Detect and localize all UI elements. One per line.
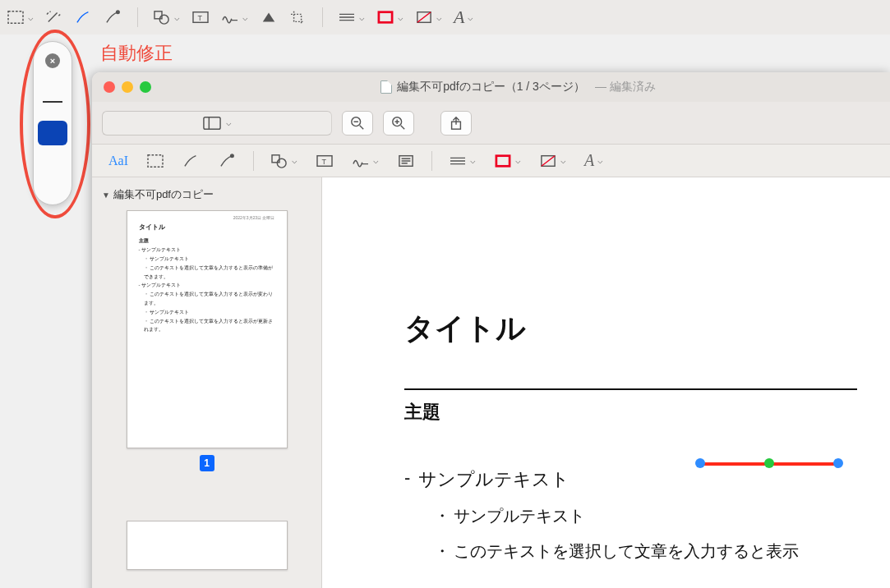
fill-color-tool[interactable]: ⌵ — [534, 150, 571, 172]
svg-line-12 — [360, 125, 364, 129]
svg-rect-21 — [272, 154, 279, 162]
svg-text:T: T — [197, 14, 202, 22]
thumbnail-sidebar: ▼編集不可pdfのコピー 2022年3月23日 金曜日 タイトル 主題 - サン… — [92, 177, 322, 588]
traffic-light-minimize[interactable] — [122, 81, 133, 93]
outline-header[interactable]: ▼編集不可pdfのコピー — [102, 184, 311, 205]
page-canvas[interactable]: タイトル 主題 -サンプルテキスト サンプルテキスト このテキストを選択して文章… — [322, 177, 890, 588]
textbox-tool[interactable]: T — [191, 10, 210, 25]
thumb-line: - サンプルテキスト — [139, 246, 275, 255]
note-tool[interactable] — [392, 150, 420, 172]
svg-text:T: T — [321, 157, 326, 165]
sketch-palette: × — [33, 41, 72, 205]
thumb-heading: 主題 — [139, 237, 275, 246]
svg-rect-0 — [8, 11, 23, 23]
thumb-line: ・ サンプルテキスト — [144, 255, 275, 264]
separator — [322, 7, 323, 27]
reshape-tool[interactable] — [214, 150, 242, 172]
window-toolbar: ⌵ — [92, 102, 890, 145]
thumb-date: 2022年3月23日 金曜日 — [139, 214, 275, 222]
text-style-tool[interactable]: AaI — [104, 150, 133, 172]
titlebar: 編集不可pdfのコピー（1 / 3ページ） — 編集済み — [92, 72, 890, 102]
thumb-line: - サンプルテキスト — [139, 281, 275, 290]
sign-tool[interactable]: ⌵ — [221, 10, 248, 25]
page-thumbnail-2[interactable] — [127, 521, 288, 570]
svg-line-15 — [401, 125, 405, 129]
doc-title: タイトル — [404, 309, 857, 349]
preview-window: 編集不可pdfのコピー（1 / 3ページ） — 編集済み ⌵ AaI ⌵ T ⌵… — [92, 72, 890, 588]
svg-point-20 — [231, 154, 234, 157]
magic-tool[interactable] — [45, 10, 63, 25]
svg-rect-2 — [154, 11, 162, 19]
outline-title: 編集不可pdfのコピー — [113, 187, 214, 202]
font-tool[interactable]: A⌵ — [579, 148, 608, 173]
svg-point-22 — [277, 158, 286, 168]
zoom-in-button[interactable] — [383, 111, 414, 136]
svg-rect-9 — [203, 117, 219, 129]
stroke-preview[interactable] — [43, 101, 62, 103]
selection-tool[interactable]: ⌵ — [7, 10, 34, 25]
zoom-out-button[interactable] — [342, 111, 373, 136]
edited-suffix: — 編集済み — [595, 80, 656, 94]
separator — [253, 151, 254, 171]
doc-heading: -サンプルテキスト — [404, 467, 857, 492]
line-style-tool[interactable]: ⌵ — [444, 150, 481, 172]
svg-line-8 — [417, 12, 431, 23]
svg-rect-29 — [496, 155, 510, 166]
sidebar-toggle-button[interactable]: ⌵ — [102, 111, 332, 136]
shape-tool[interactable]: ⌵ — [153, 10, 180, 25]
doc-subtitle: 主題 — [404, 388, 857, 425]
page-thumbnail-1[interactable]: 2022年3月23日 金曜日 タイトル 主題 - サンプルテキスト ・ サンプル… — [127, 210, 288, 448]
line-style-tool[interactable]: ⌵ — [338, 10, 365, 25]
shape-tool[interactable]: ⌵ — [265, 150, 302, 172]
separator — [137, 7, 138, 27]
reshape-tool[interactable] — [104, 10, 122, 25]
svg-point-1 — [117, 11, 120, 14]
content-area: ▼編集不可pdfのコピー 2022年3月23日 金曜日 タイトル 主題 - サン… — [92, 177, 890, 588]
document-icon — [380, 80, 392, 94]
markup-toolbar: AaI ⌵ T ⌵ ⌵ ⌵ ⌵ A⌵ — [92, 145, 890, 177]
window-title-text: 編集不可pdfのコピー（1 / 3ページ） — [397, 80, 585, 94]
font-tool[interactable]: A⌵ — [454, 7, 473, 28]
svg-rect-19 — [148, 154, 163, 166]
selection-tool[interactable] — [141, 150, 169, 172]
doc-list-item: このテキストを選択して文章を入力すると表示 — [434, 540, 857, 563]
window-title: 編集不可pdfのコピー（1 / 3ページ） — 編集済み — [158, 80, 878, 94]
border-color-tool[interactable]: ⌵ — [376, 10, 403, 25]
page-number-badge[interactable]: 1 — [200, 455, 214, 471]
thumb-line: ・ このテキストを選択して文章を入力すると表示の準備ができます。 — [144, 264, 275, 282]
close-icon[interactable]: × — [45, 53, 60, 68]
svg-point-3 — [159, 15, 168, 24]
pen-tool[interactable] — [178, 150, 205, 172]
border-color-tool[interactable]: ⌵ — [489, 150, 526, 172]
thumb-title: タイトル — [139, 222, 275, 233]
thumb-line: ・ このテキストを選択して文章を入力すると表示が変わります。 — [144, 290, 275, 308]
traffic-light-zoom[interactable] — [140, 81, 151, 93]
sign-tool[interactable]: ⌵ — [347, 150, 384, 172]
crop-tool[interactable] — [289, 10, 307, 25]
thumb-line: ・ サンプルテキスト — [144, 308, 275, 317]
textbox-tool[interactable]: T — [311, 150, 339, 172]
pen-tool[interactable] — [75, 10, 93, 25]
annotation-auto-correct: 自動修正 — [100, 41, 173, 66]
back-markup-toolbar: ⌵ ⌵ T ⌵ ⌵ ⌵ ⌵ A⌵ — [0, 0, 890, 34]
svg-rect-6 — [379, 12, 392, 23]
doc-list-item: サンプルテキスト — [434, 505, 857, 527]
traffic-light-close[interactable] — [104, 81, 115, 93]
separator — [431, 151, 432, 171]
svg-line-31 — [542, 155, 555, 166]
fill-color-tool[interactable]: ⌵ — [415, 10, 442, 25]
thumb-line: ・ このテキストを選択して文章を入力すると表示が更新されます。 — [144, 317, 275, 335]
share-button[interactable] — [440, 111, 472, 136]
color-swatch[interactable] — [38, 121, 67, 145]
mask-tool[interactable] — [260, 10, 278, 25]
